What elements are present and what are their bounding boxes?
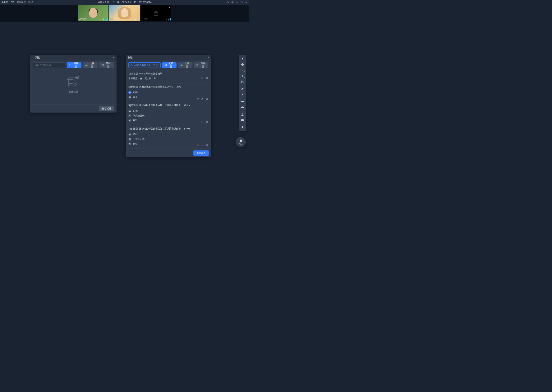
quiz-name-input[interactable] bbox=[128, 63, 161, 68]
eraser-tool-icon[interactable] bbox=[240, 86, 245, 91]
scissors-tool-icon[interactable] bbox=[240, 79, 245, 84]
add-choice-button[interactable]: 选择题 bbox=[178, 63, 192, 68]
toolbox-tool-icon[interactable] bbox=[240, 105, 245, 110]
svg-point-32 bbox=[241, 82, 242, 83]
edit-icon[interactable] bbox=[201, 121, 204, 123]
video-tile-teacher[interactable]: 叮当老师 bbox=[78, 5, 109, 21]
question-title: 1 [简答题] 一年四季分别是哪四季? bbox=[128, 72, 208, 75]
option-letter-badge: C bbox=[128, 119, 131, 122]
video-status-icons bbox=[165, 18, 171, 21]
hand-icon bbox=[239, 139, 242, 143]
session-id-text: ID：2020070324 bbox=[134, 1, 152, 4]
handraise-count: 0/2 bbox=[240, 143, 242, 145]
quiz-panel-filled: 测验 × 判断题 选择题 简答题 1 [简答题] 一年四季分别是哪四季?参考答案… bbox=[126, 55, 211, 157]
option-letter-badge: C bbox=[128, 142, 131, 146]
save-quiz-button[interactable]: 保存试卷 bbox=[99, 106, 114, 111]
course-title-text: 神秘大自然 bbox=[98, 1, 109, 4]
add-shortanswer-button[interactable]: 简答题 bbox=[194, 63, 208, 68]
video-status-icons bbox=[102, 18, 108, 21]
svg-rect-34 bbox=[241, 107, 244, 108]
move-icon[interactable] bbox=[196, 97, 199, 100]
network-status-text: 网络状态：良好 bbox=[17, 1, 33, 4]
option-letter-badge: B bbox=[128, 96, 131, 99]
btn-label: 简答题 bbox=[200, 62, 206, 68]
text-tool-icon[interactable] bbox=[240, 73, 245, 79]
users-tool-icon[interactable] bbox=[240, 112, 245, 117]
minimize-icon[interactable] bbox=[236, 1, 239, 4]
btn-label: 简答题 bbox=[105, 62, 112, 68]
panel-header: 测验 × bbox=[30, 55, 116, 61]
svg-point-26 bbox=[78, 77, 78, 78]
svg-point-11 bbox=[155, 12, 157, 13]
edit-icon[interactable] bbox=[201, 97, 204, 100]
question-item: 3 [单选题] 施华洛世奇是反华品牌，所以梁鼎琪反华。（2分）A正确B不完全正确… bbox=[128, 102, 208, 125]
question-title: 4 [多选题] 施华洛世奇是反华品牌，所以梁鼎琪反华。（2分） bbox=[128, 127, 208, 130]
question-option[interactable]: B不完全正确 bbox=[128, 113, 208, 118]
option-letter-badge: A bbox=[128, 91, 131, 94]
chat-tool-icon[interactable] bbox=[240, 118, 245, 123]
delete-icon[interactable] bbox=[206, 144, 208, 147]
add-truefalse-button[interactable]: 判断题 bbox=[67, 63, 81, 68]
delete-icon[interactable] bbox=[206, 121, 208, 123]
svg-point-8 bbox=[136, 19, 136, 20]
question-actions bbox=[196, 121, 208, 123]
option-text: 错误 bbox=[133, 142, 138, 146]
move-tool-icon[interactable] bbox=[240, 62, 245, 67]
edit-icon[interactable] bbox=[201, 77, 204, 79]
loss-rate-text: 丢包率：0% bbox=[1, 1, 14, 4]
quiz-name-input[interactable] bbox=[33, 63, 65, 68]
svg-rect-9 bbox=[138, 19, 138, 20]
close-icon[interactable]: × bbox=[113, 56, 115, 59]
question-item: 1 [简答题] 一年四季分别是哪四季?参考答案：春、夏、秋、冬 bbox=[128, 70, 208, 84]
empty-state: 暂无试题 bbox=[30, 70, 116, 105]
move-icon[interactable] bbox=[196, 144, 199, 147]
question-actions bbox=[196, 97, 208, 100]
settings-icon[interactable] bbox=[231, 1, 234, 4]
cursor-tool-icon[interactable] bbox=[240, 56, 245, 62]
svg-point-1 bbox=[232, 2, 233, 3]
folder-tool-icon[interactable] bbox=[240, 99, 245, 104]
panel-header: 测验 × bbox=[126, 55, 211, 61]
add-truefalse-button[interactable]: 判断题 bbox=[162, 63, 176, 68]
video-row: 叮当老师 × Nina × 王小明 bbox=[0, 5, 249, 22]
move-icon[interactable] bbox=[196, 77, 199, 79]
handraise-badge[interactable]: 0/2 bbox=[236, 137, 246, 147]
question-option[interactable]: A是的 bbox=[128, 132, 208, 137]
camera-toggle-icon[interactable] bbox=[226, 1, 229, 4]
back-icon[interactable] bbox=[32, 56, 35, 59]
bell-tool-icon[interactable] bbox=[240, 125, 245, 130]
add-choice-button[interactable]: 选择题 bbox=[83, 63, 98, 68]
edit-icon[interactable] bbox=[201, 144, 204, 147]
tool-rail bbox=[239, 55, 246, 131]
close-icon[interactable]: × bbox=[207, 56, 209, 59]
brightness-tool-icon[interactable] bbox=[240, 92, 245, 97]
btn-label: 判断题 bbox=[168, 62, 174, 68]
video-close-icon[interactable]: × bbox=[169, 6, 170, 9]
close-window-icon[interactable] bbox=[245, 1, 248, 4]
top-status-bar: 丢包率：0% 网络状态：良好 神秘大自然 已上课：02:34:09 ID：202… bbox=[0, 0, 249, 5]
video-close-icon[interactable]: × bbox=[138, 6, 139, 9]
question-option[interactable]: B不完全正确 bbox=[128, 137, 208, 141]
questions-list[interactable]: 1 [简答题] 一年四季分别是哪四季?参考答案：春、夏、秋、冬2 [判断题] 我… bbox=[126, 70, 211, 149]
save-quiz-button[interactable]: 保存试卷 bbox=[193, 150, 209, 156]
video-tile-student-nina[interactable]: × Nina bbox=[109, 5, 140, 21]
empty-text: 暂无试题 bbox=[69, 90, 78, 93]
video-status-icons bbox=[135, 18, 139, 21]
pen-tool-icon[interactable] bbox=[240, 68, 245, 73]
maximize-icon[interactable] bbox=[240, 1, 243, 4]
delete-icon[interactable] bbox=[206, 77, 208, 79]
move-icon[interactable] bbox=[196, 121, 199, 123]
option-letter-badge: A bbox=[128, 133, 131, 136]
video-tile-student-off[interactable]: × 王小明 bbox=[141, 5, 171, 21]
option-text: 是的 bbox=[133, 133, 138, 136]
add-shortanswer-button[interactable]: 简答题 bbox=[99, 63, 114, 68]
panel-title: 测验 bbox=[128, 56, 133, 59]
question-option[interactable]: A正确 bbox=[128, 109, 208, 113]
svg-point-16 bbox=[86, 65, 87, 65]
option-letter-badge: B bbox=[128, 114, 131, 117]
camera-off-icon bbox=[153, 10, 160, 17]
option-text: 错误 bbox=[133, 96, 138, 99]
question-item: 4 [多选题] 施华洛世奇是反华品牌，所以梁鼎琪反华。（2分）A是的B不完全正确… bbox=[128, 125, 208, 149]
question-option[interactable]: A正确 bbox=[128, 90, 208, 95]
delete-icon[interactable] bbox=[206, 97, 208, 100]
